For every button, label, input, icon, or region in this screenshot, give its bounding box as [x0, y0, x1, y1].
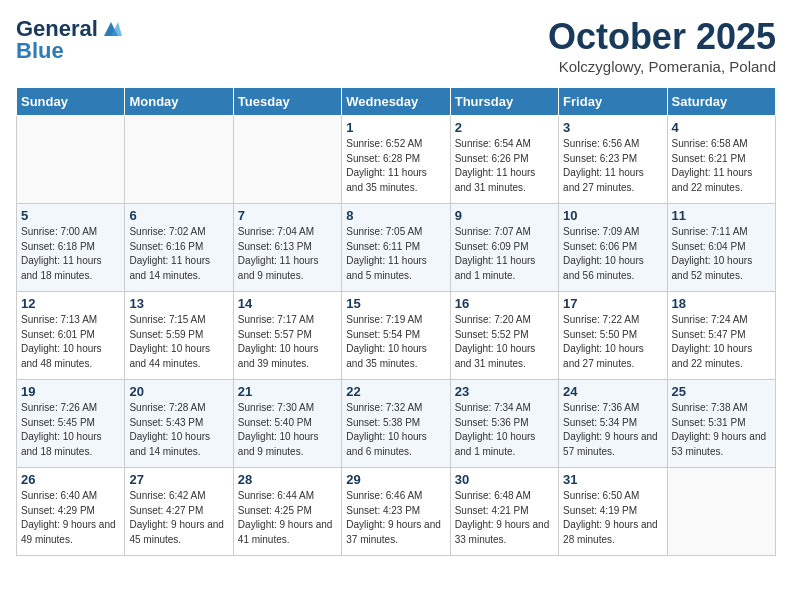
calendar-cell: 18Sunrise: 7:24 AMSunset: 5:47 PMDayligh…: [667, 292, 775, 380]
weekday-header-tuesday: Tuesday: [233, 88, 341, 116]
calendar-cell: 9Sunrise: 7:07 AMSunset: 6:09 PMDaylight…: [450, 204, 558, 292]
calendar-week-2: 5Sunrise: 7:00 AMSunset: 6:18 PMDaylight…: [17, 204, 776, 292]
day-info: Sunrise: 6:58 AMSunset: 6:21 PMDaylight:…: [672, 137, 771, 195]
calendar-cell: 28Sunrise: 6:44 AMSunset: 4:25 PMDayligh…: [233, 468, 341, 556]
day-info: Sunrise: 6:46 AMSunset: 4:23 PMDaylight:…: [346, 489, 445, 547]
header-row: SundayMondayTuesdayWednesdayThursdayFrid…: [17, 88, 776, 116]
day-number: 24: [563, 384, 662, 399]
day-info: Sunrise: 6:56 AMSunset: 6:23 PMDaylight:…: [563, 137, 662, 195]
calendar-cell: 7Sunrise: 7:04 AMSunset: 6:13 PMDaylight…: [233, 204, 341, 292]
calendar-cell: [667, 468, 775, 556]
calendar-week-5: 26Sunrise: 6:40 AMSunset: 4:29 PMDayligh…: [17, 468, 776, 556]
calendar-cell: 6Sunrise: 7:02 AMSunset: 6:16 PMDaylight…: [125, 204, 233, 292]
calendar-body: 1Sunrise: 6:52 AMSunset: 6:28 PMDaylight…: [17, 116, 776, 556]
calendar-cell: 15Sunrise: 7:19 AMSunset: 5:54 PMDayligh…: [342, 292, 450, 380]
calendar-header: SundayMondayTuesdayWednesdayThursdayFrid…: [17, 88, 776, 116]
day-number: 15: [346, 296, 445, 311]
calendar-week-1: 1Sunrise: 6:52 AMSunset: 6:28 PMDaylight…: [17, 116, 776, 204]
weekday-header-friday: Friday: [559, 88, 667, 116]
calendar-cell: 31Sunrise: 6:50 AMSunset: 4:19 PMDayligh…: [559, 468, 667, 556]
day-info: Sunrise: 7:26 AMSunset: 5:45 PMDaylight:…: [21, 401, 120, 459]
day-info: Sunrise: 6:42 AMSunset: 4:27 PMDaylight:…: [129, 489, 228, 547]
day-number: 1: [346, 120, 445, 135]
weekday-header-saturday: Saturday: [667, 88, 775, 116]
day-number: 22: [346, 384, 445, 399]
day-number: 25: [672, 384, 771, 399]
day-info: Sunrise: 7:34 AMSunset: 5:36 PMDaylight:…: [455, 401, 554, 459]
calendar-cell: 11Sunrise: 7:11 AMSunset: 6:04 PMDayligh…: [667, 204, 775, 292]
day-number: 9: [455, 208, 554, 223]
day-number: 20: [129, 384, 228, 399]
weekday-header-monday: Monday: [125, 88, 233, 116]
month-title: October 2025: [548, 16, 776, 58]
weekday-header-sunday: Sunday: [17, 88, 125, 116]
day-info: Sunrise: 7:28 AMSunset: 5:43 PMDaylight:…: [129, 401, 228, 459]
day-number: 19: [21, 384, 120, 399]
day-info: Sunrise: 7:02 AMSunset: 6:16 PMDaylight:…: [129, 225, 228, 283]
calendar-cell: 2Sunrise: 6:54 AMSunset: 6:26 PMDaylight…: [450, 116, 558, 204]
day-info: Sunrise: 7:00 AMSunset: 6:18 PMDaylight:…: [21, 225, 120, 283]
day-info: Sunrise: 7:22 AMSunset: 5:50 PMDaylight:…: [563, 313, 662, 371]
day-number: 23: [455, 384, 554, 399]
calendar-cell: 25Sunrise: 7:38 AMSunset: 5:31 PMDayligh…: [667, 380, 775, 468]
calendar-cell: 23Sunrise: 7:34 AMSunset: 5:36 PMDayligh…: [450, 380, 558, 468]
day-number: 6: [129, 208, 228, 223]
page-header: General Blue October 2025 Kolczyglowy, P…: [16, 16, 776, 75]
day-number: 16: [455, 296, 554, 311]
calendar-cell: 10Sunrise: 7:09 AMSunset: 6:06 PMDayligh…: [559, 204, 667, 292]
day-info: Sunrise: 7:24 AMSunset: 5:47 PMDaylight:…: [672, 313, 771, 371]
day-number: 11: [672, 208, 771, 223]
day-info: Sunrise: 6:40 AMSunset: 4:29 PMDaylight:…: [21, 489, 120, 547]
calendar-week-3: 12Sunrise: 7:13 AMSunset: 6:01 PMDayligh…: [17, 292, 776, 380]
logo: General Blue: [16, 16, 122, 64]
day-info: Sunrise: 7:09 AMSunset: 6:06 PMDaylight:…: [563, 225, 662, 283]
day-info: Sunrise: 6:54 AMSunset: 6:26 PMDaylight:…: [455, 137, 554, 195]
day-info: Sunrise: 7:38 AMSunset: 5:31 PMDaylight:…: [672, 401, 771, 459]
calendar-cell: 14Sunrise: 7:17 AMSunset: 5:57 PMDayligh…: [233, 292, 341, 380]
day-number: 2: [455, 120, 554, 135]
calendar-cell: 27Sunrise: 6:42 AMSunset: 4:27 PMDayligh…: [125, 468, 233, 556]
day-info: Sunrise: 7:11 AMSunset: 6:04 PMDaylight:…: [672, 225, 771, 283]
calendar-cell: 30Sunrise: 6:48 AMSunset: 4:21 PMDayligh…: [450, 468, 558, 556]
day-info: Sunrise: 7:20 AMSunset: 5:52 PMDaylight:…: [455, 313, 554, 371]
day-info: Sunrise: 7:07 AMSunset: 6:09 PMDaylight:…: [455, 225, 554, 283]
day-number: 27: [129, 472, 228, 487]
calendar-cell: 17Sunrise: 7:22 AMSunset: 5:50 PMDayligh…: [559, 292, 667, 380]
calendar-cell: [125, 116, 233, 204]
day-number: 8: [346, 208, 445, 223]
day-number: 3: [563, 120, 662, 135]
day-info: Sunrise: 7:13 AMSunset: 6:01 PMDaylight:…: [21, 313, 120, 371]
calendar-cell: 1Sunrise: 6:52 AMSunset: 6:28 PMDaylight…: [342, 116, 450, 204]
day-info: Sunrise: 7:30 AMSunset: 5:40 PMDaylight:…: [238, 401, 337, 459]
day-info: Sunrise: 7:04 AMSunset: 6:13 PMDaylight:…: [238, 225, 337, 283]
calendar-cell: 12Sunrise: 7:13 AMSunset: 6:01 PMDayligh…: [17, 292, 125, 380]
calendar-cell: 5Sunrise: 7:00 AMSunset: 6:18 PMDaylight…: [17, 204, 125, 292]
calendar-cell: 4Sunrise: 6:58 AMSunset: 6:21 PMDaylight…: [667, 116, 775, 204]
day-number: 28: [238, 472, 337, 487]
day-info: Sunrise: 6:50 AMSunset: 4:19 PMDaylight:…: [563, 489, 662, 547]
day-info: Sunrise: 7:19 AMSunset: 5:54 PMDaylight:…: [346, 313, 445, 371]
day-info: Sunrise: 7:36 AMSunset: 5:34 PMDaylight:…: [563, 401, 662, 459]
calendar-week-4: 19Sunrise: 7:26 AMSunset: 5:45 PMDayligh…: [17, 380, 776, 468]
day-number: 7: [238, 208, 337, 223]
calendar-cell: 24Sunrise: 7:36 AMSunset: 5:34 PMDayligh…: [559, 380, 667, 468]
calendar-cell: 16Sunrise: 7:20 AMSunset: 5:52 PMDayligh…: [450, 292, 558, 380]
weekday-header-wednesday: Wednesday: [342, 88, 450, 116]
calendar-cell: [233, 116, 341, 204]
calendar-cell: [17, 116, 125, 204]
calendar-table: SundayMondayTuesdayWednesdayThursdayFrid…: [16, 87, 776, 556]
day-number: 10: [563, 208, 662, 223]
day-number: 18: [672, 296, 771, 311]
day-number: 30: [455, 472, 554, 487]
calendar-cell: 13Sunrise: 7:15 AMSunset: 5:59 PMDayligh…: [125, 292, 233, 380]
title-block: October 2025 Kolczyglowy, Pomerania, Pol…: [548, 16, 776, 75]
day-number: 4: [672, 120, 771, 135]
day-number: 5: [21, 208, 120, 223]
calendar-cell: 29Sunrise: 6:46 AMSunset: 4:23 PMDayligh…: [342, 468, 450, 556]
day-info: Sunrise: 6:48 AMSunset: 4:21 PMDaylight:…: [455, 489, 554, 547]
day-info: Sunrise: 7:05 AMSunset: 6:11 PMDaylight:…: [346, 225, 445, 283]
day-number: 29: [346, 472, 445, 487]
day-number: 13: [129, 296, 228, 311]
calendar-cell: 20Sunrise: 7:28 AMSunset: 5:43 PMDayligh…: [125, 380, 233, 468]
calendar-cell: 26Sunrise: 6:40 AMSunset: 4:29 PMDayligh…: [17, 468, 125, 556]
